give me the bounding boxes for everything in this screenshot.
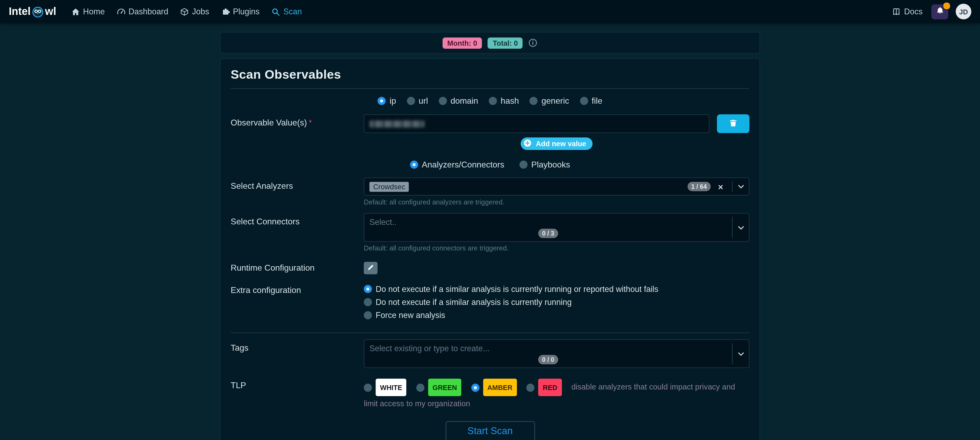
- nav-item-label: Scan: [283, 7, 302, 16]
- radio-icon: [439, 97, 447, 105]
- tlp-radio-red[interactable]: RED: [527, 379, 562, 396]
- type-radio-ip[interactable]: ip: [378, 96, 396, 106]
- radio-icon: [407, 97, 415, 105]
- tags-multiselect[interactable]: Select existing or type to create... 0 /…: [364, 339, 749, 368]
- connectors-multiselect[interactable]: Select.. 0 / 3: [364, 213, 749, 241]
- puzzle-icon: [221, 7, 230, 16]
- extra-configuration-row: Extra configuration Do not execute if a …: [231, 282, 749, 325]
- nav-item-label: Plugins: [233, 7, 259, 16]
- mode-radio-playbooks[interactable]: Playbooks: [519, 160, 570, 169]
- remove-value-button[interactable]: [717, 114, 749, 133]
- tags-label: Tags: [231, 339, 364, 352]
- extra-radio-no-exec-running-or-reported[interactable]: Do not execute if a similar analysis is …: [364, 284, 749, 294]
- nav-item-label: Home: [83, 7, 105, 16]
- tlp-badge-white: WHITE: [376, 379, 407, 396]
- nav-item-home[interactable]: Home: [71, 7, 105, 16]
- radio-icon: [519, 160, 528, 169]
- label-text: Observable Value(s): [231, 118, 307, 127]
- type-radio-url[interactable]: url: [407, 96, 428, 106]
- home-icon: [71, 7, 80, 16]
- select-analyzers-row: Select Analyzers Crowdsec 1 / 64 × Defau…: [231, 177, 749, 213]
- analysis-mode-radio-group: Analyzers/Connectors Playbooks: [231, 160, 749, 169]
- nav-item-plugins[interactable]: Plugins: [221, 7, 259, 16]
- extra-configuration-radio-group: Do not execute if a similar analysis is …: [364, 282, 749, 325]
- clear-selection-icon[interactable]: ×: [714, 181, 727, 192]
- tlp-radio-green[interactable]: GREEN: [416, 379, 461, 396]
- runtime-configuration-row: Runtime Configuration: [231, 259, 749, 274]
- radio-label: ip: [390, 96, 396, 106]
- add-new-value-button[interactable]: Add new value: [521, 137, 592, 150]
- analyzers-multiselect[interactable]: Crowdsec 1 / 64 ×: [364, 177, 749, 195]
- analyzers-count-badge: 1 / 64: [687, 182, 711, 191]
- logo-text-suffix: wl: [45, 5, 56, 18]
- start-scan-button[interactable]: Start Scan: [445, 421, 535, 440]
- radio-label: Playbooks: [531, 160, 570, 169]
- type-radio-domain[interactable]: domain: [439, 96, 478, 106]
- type-radio-generic[interactable]: generic: [530, 96, 569, 106]
- radio-icon: [530, 97, 538, 105]
- tlp-badge-amber: AMBER: [483, 379, 517, 396]
- tlp-radio-white[interactable]: WHITE: [364, 379, 407, 396]
- tlp-badge-red: RED: [539, 379, 562, 396]
- top-navbar: Intelwl Home Dashboard Jobs Plugins Scan: [0, 0, 980, 23]
- chevron-down-icon[interactable]: [733, 214, 749, 241]
- observable-type-radio-group: ip url domain hash generic file: [231, 96, 749, 106]
- box-icon: [180, 7, 189, 16]
- speedometer-icon: [117, 7, 126, 16]
- radio-icon: [416, 383, 425, 392]
- logo-text-prefix: Intel: [9, 5, 30, 18]
- radio-icon: [580, 97, 588, 105]
- user-avatar[interactable]: JD: [956, 4, 972, 19]
- nav-item-docs[interactable]: Docs: [892, 7, 923, 16]
- radio-label: generic: [541, 96, 569, 106]
- radio-icon: [527, 383, 535, 392]
- nav-item-jobs[interactable]: Jobs: [180, 7, 209, 16]
- notifications-button[interactable]: [931, 4, 948, 19]
- extra-configuration-label: Extra configuration: [231, 282, 364, 295]
- intelowl-logo[interactable]: Intelwl: [9, 5, 56, 18]
- app: Intelwl Home Dashboard Jobs Plugins Scan: [0, 0, 980, 440]
- radio-label: Do not execute if a similar analysis is …: [376, 297, 572, 307]
- mode-radio-analyzers-connectors[interactable]: Analyzers/Connectors: [410, 160, 504, 169]
- divider: [231, 88, 749, 89]
- radio-label: url: [418, 96, 428, 106]
- owl-logo-icon: [31, 5, 44, 18]
- extra-radio-no-exec-running[interactable]: Do not execute if a similar analysis is …: [364, 297, 749, 307]
- notification-count-badge: [942, 2, 951, 10]
- nav-item-scan[interactable]: Scan: [272, 7, 302, 16]
- observable-value-row: Observable Value(s)* Add: [231, 114, 749, 150]
- radio-label: Do not execute if a similar analysis is …: [376, 284, 659, 294]
- extra-radio-force-new[interactable]: Force new analysis: [364, 311, 749, 320]
- radio-label: file: [592, 96, 603, 106]
- observable-value-input[interactable]: [364, 114, 710, 133]
- edit-runtime-config-button[interactable]: [364, 262, 378, 274]
- tlp-radio-group: WHITE GREEN AMBER RED disable analyzers …: [364, 377, 749, 411]
- radio-selected-icon: [378, 97, 386, 105]
- type-radio-file[interactable]: file: [580, 96, 602, 106]
- job-stats-bar: Month: 0 Total: 0: [220, 32, 760, 54]
- scan-observables-card: Scan Observables ip url domain hash gene…: [220, 58, 760, 440]
- trash-icon: [729, 118, 737, 129]
- nav-item-label: Jobs: [192, 7, 209, 16]
- radio-icon: [364, 298, 372, 306]
- type-radio-hash[interactable]: hash: [489, 96, 519, 106]
- runtime-configuration-label: Runtime Configuration: [231, 259, 364, 272]
- connectors-placeholder: Select..: [369, 218, 727, 227]
- connectors-count-badge: 0 / 3: [538, 229, 558, 238]
- pencil-icon: [367, 264, 374, 273]
- chevron-down-icon[interactable]: [733, 178, 749, 195]
- chevron-down-icon[interactable]: [733, 340, 749, 367]
- radio-label: hash: [501, 96, 519, 106]
- page-title: Scan Observables: [231, 68, 749, 82]
- radio-label: domain: [450, 96, 478, 106]
- plus-circle-icon: [523, 139, 532, 149]
- info-circle-icon[interactable]: [528, 38, 538, 47]
- tlp-radio-amber[interactable]: AMBER: [471, 379, 517, 396]
- nav-item-dashboard[interactable]: Dashboard: [117, 7, 168, 16]
- redacted-observable-value: [369, 120, 425, 127]
- tlp-row: TLP WHITE GREEN AMBER RED disable analyz…: [231, 377, 749, 411]
- scan-search-icon: [272, 7, 280, 16]
- radio-label: Force new analysis: [376, 311, 445, 320]
- radio-icon: [364, 383, 372, 392]
- divider: [231, 332, 749, 333]
